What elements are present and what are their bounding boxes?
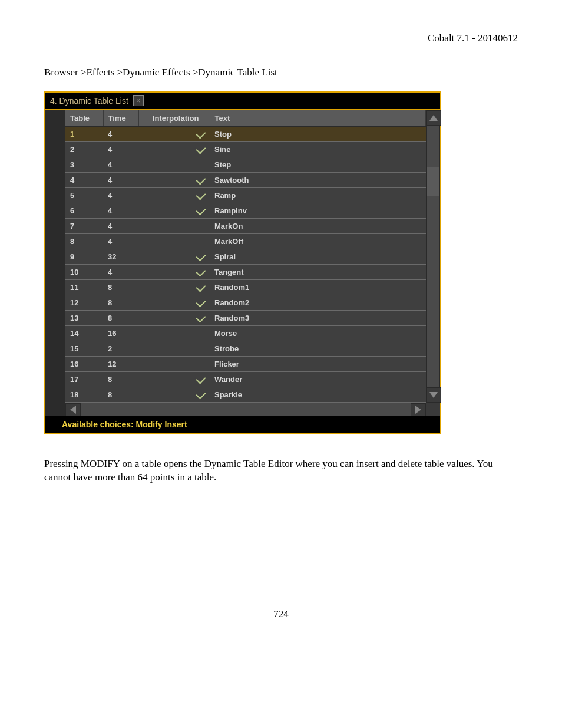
cell-table: 5 xyxy=(65,188,103,203)
cell-time: 8 xyxy=(103,311,138,326)
cell-time: 4 xyxy=(103,203,138,219)
cell-text: Morse xyxy=(210,326,426,341)
cell-time: 4 xyxy=(103,142,138,157)
cell-interpolation xyxy=(138,295,210,311)
check-icon xyxy=(196,144,206,154)
cell-table: 17 xyxy=(65,372,103,387)
cell-table: 2 xyxy=(65,142,103,157)
page-number: 724 xyxy=(44,608,518,620)
cell-time: 4 xyxy=(103,157,138,173)
cell-table: 6 xyxy=(65,203,103,219)
h-scroll-track[interactable] xyxy=(81,403,411,416)
available-choices: Available choices: Modify Insert xyxy=(45,416,440,433)
table-row[interactable]: 138Random3 xyxy=(65,311,426,326)
table-row[interactable]: 24Sine xyxy=(65,142,426,157)
table-row[interactable]: 54Ramp xyxy=(65,188,426,203)
cell-table: 4 xyxy=(65,173,103,188)
cell-interpolation xyxy=(138,203,210,219)
check-icon xyxy=(196,313,206,323)
product-version: Cobalt 7.1 - 20140612 xyxy=(44,32,518,44)
cell-table: 9 xyxy=(65,249,103,265)
check-icon xyxy=(196,282,206,292)
table-row[interactable]: 118Random1 xyxy=(65,280,426,295)
row-gutter xyxy=(45,110,65,403)
cell-time: 4 xyxy=(103,173,138,188)
cell-interpolation xyxy=(138,357,210,372)
table-row[interactable]: 14Stop xyxy=(65,127,426,142)
check-icon xyxy=(196,374,206,384)
cell-text: Ramp xyxy=(210,188,426,203)
cell-time: 8 xyxy=(103,372,138,387)
table-row[interactable]: 1612Flicker xyxy=(65,357,426,372)
cell-interpolation xyxy=(138,311,210,326)
cell-table: 18 xyxy=(65,387,103,403)
table-row[interactable]: 64RampInv xyxy=(65,203,426,219)
cell-time: 16 xyxy=(103,326,138,341)
cell-interpolation xyxy=(138,326,210,341)
horizontal-scrollbar[interactable] xyxy=(65,403,426,416)
table-row[interactable]: 178Wander xyxy=(65,372,426,387)
cell-text: Random1 xyxy=(210,280,426,295)
cell-interpolation xyxy=(138,219,210,234)
breadcrumb: Browser >Effects >Dynamic Effects >Dynam… xyxy=(44,67,518,78)
cell-time: 8 xyxy=(103,280,138,295)
table-row[interactable]: 104Tangent xyxy=(65,265,426,280)
check-icon xyxy=(196,252,206,262)
col-header-text[interactable]: Text xyxy=(210,110,426,127)
dynamic-table: Table Time Interpolation Text 14Stop24Si… xyxy=(65,110,426,403)
cell-time: 2 xyxy=(103,341,138,357)
cell-interpolation xyxy=(138,280,210,295)
vertical-scrollbar[interactable] xyxy=(426,110,440,403)
table-row[interactable]: 84MarkOff xyxy=(65,234,426,249)
check-icon xyxy=(196,129,206,139)
scroll-left-icon[interactable] xyxy=(65,403,81,416)
cell-text: Tangent xyxy=(210,265,426,280)
scroll-thumb[interactable] xyxy=(427,167,439,196)
table-row[interactable]: 44Sawtooth xyxy=(65,173,426,188)
table-row[interactable]: 1416Morse xyxy=(65,326,426,341)
cell-table: 1 xyxy=(65,127,103,142)
scroll-track[interactable] xyxy=(426,126,440,387)
cell-text: Stop xyxy=(210,127,426,142)
cell-table: 10 xyxy=(65,265,103,280)
table-row[interactable]: 932Spiral xyxy=(65,249,426,265)
cell-text: Sparkle xyxy=(210,387,426,403)
cell-time: 8 xyxy=(103,295,138,311)
scroll-up-icon[interactable] xyxy=(426,110,441,126)
cell-interpolation xyxy=(138,127,210,142)
cell-text: Sine xyxy=(210,142,426,157)
table-row[interactable]: 74MarkOn xyxy=(65,219,426,234)
cell-text: MarkOn xyxy=(210,219,426,234)
table-row[interactable]: 152Strobe xyxy=(65,341,426,357)
cell-time: 4 xyxy=(103,234,138,249)
cell-text: Step xyxy=(210,157,426,173)
scroll-down-icon[interactable] xyxy=(426,387,441,403)
close-icon[interactable]: × xyxy=(133,95,144,106)
scroll-right-icon[interactable] xyxy=(411,403,426,416)
cell-interpolation xyxy=(138,173,210,188)
cell-text: Strobe xyxy=(210,341,426,357)
cell-table: 3 xyxy=(65,157,103,173)
cell-interpolation xyxy=(138,234,210,249)
check-icon xyxy=(196,267,206,277)
table-row[interactable]: 128Random2 xyxy=(65,295,426,311)
col-header-table[interactable]: Table xyxy=(65,110,103,127)
cell-time: 4 xyxy=(103,188,138,203)
check-icon xyxy=(196,175,206,185)
check-icon xyxy=(196,390,206,400)
cell-text: MarkOff xyxy=(210,234,426,249)
cell-interpolation xyxy=(138,387,210,403)
cell-table: 8 xyxy=(65,234,103,249)
col-header-interpolation[interactable]: Interpolation xyxy=(138,110,210,127)
cell-table: 11 xyxy=(65,280,103,295)
cell-time: 12 xyxy=(103,357,138,372)
col-header-time[interactable]: Time xyxy=(103,110,138,127)
cell-text: RampInv xyxy=(210,203,426,219)
cell-table: 16 xyxy=(65,357,103,372)
panel-title: 4. Dynamic Table List xyxy=(50,96,128,106)
table-row[interactable]: 34Step xyxy=(65,157,426,173)
cell-table: 13 xyxy=(65,311,103,326)
cell-time: 4 xyxy=(103,219,138,234)
table-row[interactable]: 188Sparkle xyxy=(65,387,426,403)
cell-text: Spiral xyxy=(210,249,426,265)
